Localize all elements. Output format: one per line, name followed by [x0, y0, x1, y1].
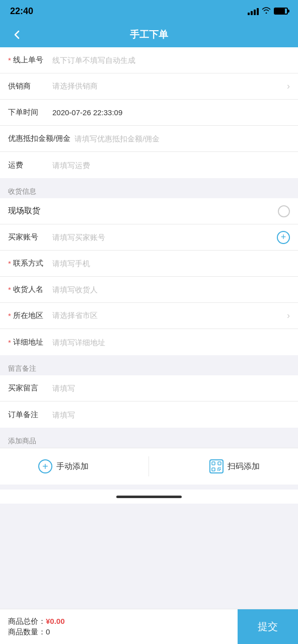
pickup-label: 现场取货: [8, 206, 40, 216]
total-info: 商品总价：¥0.00 商品数量：0: [8, 617, 65, 637]
bottom-bar: 商品总价：¥0.00 商品数量：0 提交: [0, 609, 298, 644]
remarks-section-header: 留言备注: [0, 360, 298, 375]
main-content: * 线上单号 供销商 请选择供销商 › 下单时间 2020-07-26 22:3…: [0, 47, 298, 579]
total-price-value: 0.00: [50, 617, 64, 625]
buyer-remark-input[interactable]: [48, 384, 290, 392]
signal-icon: [248, 7, 259, 15]
svg-rect-1: [218, 462, 221, 465]
region-row[interactable]: * 所在地区 请选择省市区 ›: [0, 303, 298, 329]
receiver-name-input[interactable]: [48, 285, 290, 294]
home-indicator: [0, 490, 298, 504]
online-order-row: * 线上单号: [0, 47, 298, 73]
add-goods-section: + 手动添加 扫码添加: [0, 448, 298, 485]
svg-rect-0: [212, 462, 215, 465]
discount-input[interactable]: [70, 134, 290, 143]
buyer-account-label: 买家账号: [8, 232, 48, 242]
remarks-section: 买家留言 订单备注: [0, 375, 298, 428]
buyer-remark-label: 买家留言: [8, 383, 48, 393]
delivery-section: 现场取货 买家账号 + * 联系方式 * 收货人名: [0, 198, 298, 355]
contact-label: * 联系方式: [8, 259, 48, 268]
page-title: 手工下单: [130, 28, 168, 41]
shipping-input[interactable]: [48, 161, 290, 170]
supplier-chevron: ›: [287, 81, 290, 92]
supplier-placeholder: 请选择供销商: [48, 82, 285, 91]
total-price-line: 商品总价：¥0.00: [8, 617, 65, 626]
discount-label: 优惠抵扣金额/佣金: [8, 134, 70, 143]
order-remark-input[interactable]: [48, 411, 290, 419]
add-goods-row: + 手动添加 扫码添加: [0, 448, 298, 485]
required-star: *: [8, 56, 11, 64]
shipping-label: 运费: [8, 160, 48, 170]
discount-row: 优惠抵扣金额/佣金: [0, 126, 298, 152]
supplier-row[interactable]: 供销商 请选择供销商 ›: [0, 73, 298, 100]
shipping-row: 运费: [0, 152, 298, 178]
manual-add-icon: +: [38, 459, 52, 473]
wifi-icon: [262, 7, 271, 16]
nav-bar: 手工下单: [0, 22, 298, 47]
required-star-2: *: [8, 259, 11, 268]
receiver-name-label: * 收货人名: [8, 285, 48, 294]
contact-input[interactable]: [48, 259, 290, 268]
add-goods-section-header: 添加商品: [0, 433, 298, 448]
scan-add-label: 扫码添加: [228, 461, 260, 472]
status-time: 22:40: [10, 6, 33, 17]
buyer-remark-row: 买家留言: [0, 375, 298, 401]
scan-icon: [209, 459, 224, 473]
delivery-section-header: 收货信息: [0, 183, 298, 198]
total-count-value: 0: [46, 627, 50, 636]
status-icons: [248, 7, 288, 16]
receiver-name-row: * 收货人名: [0, 277, 298, 303]
order-remark-label: 订单备注: [8, 410, 48, 420]
address-input[interactable]: [48, 338, 290, 347]
status-bar: 22:40: [0, 0, 298, 22]
manual-add-button[interactable]: + 手动添加: [38, 459, 89, 473]
order-time-value: 2020-07-26 22:33:09: [48, 108, 290, 117]
contact-row: * 联系方式: [0, 251, 298, 277]
manual-add-label: 手动添加: [56, 461, 89, 472]
svg-rect-2: [212, 468, 215, 471]
scan-add-button[interactable]: 扫码添加: [209, 459, 260, 473]
region-placeholder: 请选择省市区: [48, 311, 285, 320]
required-star-5: *: [8, 338, 11, 347]
order-time-label: 下单时间: [8, 108, 48, 117]
supplier-label: 供销商: [8, 82, 48, 91]
address-row: * 详细地址: [0, 329, 298, 355]
back-button[interactable]: [8, 26, 26, 44]
address-label: * 详细地址: [8, 338, 48, 347]
add-divider: [148, 456, 149, 476]
order-info-section: * 线上单号 供销商 请选择供销商 › 下单时间 2020-07-26 22:3…: [0, 47, 298, 178]
buyer-account-input[interactable]: [48, 233, 275, 242]
pickup-row[interactable]: 现场取货: [0, 198, 298, 224]
submit-button[interactable]: 提交: [238, 609, 298, 645]
online-order-input[interactable]: [48, 56, 290, 64]
order-remark-row: 订单备注: [0, 401, 298, 428]
total-count-label: 商品数量：: [8, 627, 46, 636]
region-chevron: ›: [287, 310, 290, 321]
buyer-account-add-button[interactable]: +: [277, 231, 290, 244]
order-time-row: 下单时间 2020-07-26 22:33:09: [0, 100, 298, 126]
total-price-label: 商品总价：: [8, 617, 46, 625]
online-order-label: * 线上单号: [8, 55, 48, 65]
buyer-account-row: 买家账号 +: [0, 224, 298, 251]
region-label: * 所在地区: [8, 311, 48, 320]
home-indicator-bar: [116, 496, 182, 498]
battery-icon: [274, 8, 288, 15]
required-star-4: *: [8, 311, 11, 320]
total-count-line: 商品数量：0: [8, 627, 65, 637]
required-star-3: *: [8, 285, 11, 294]
pickup-radio[interactable]: [278, 205, 290, 217]
